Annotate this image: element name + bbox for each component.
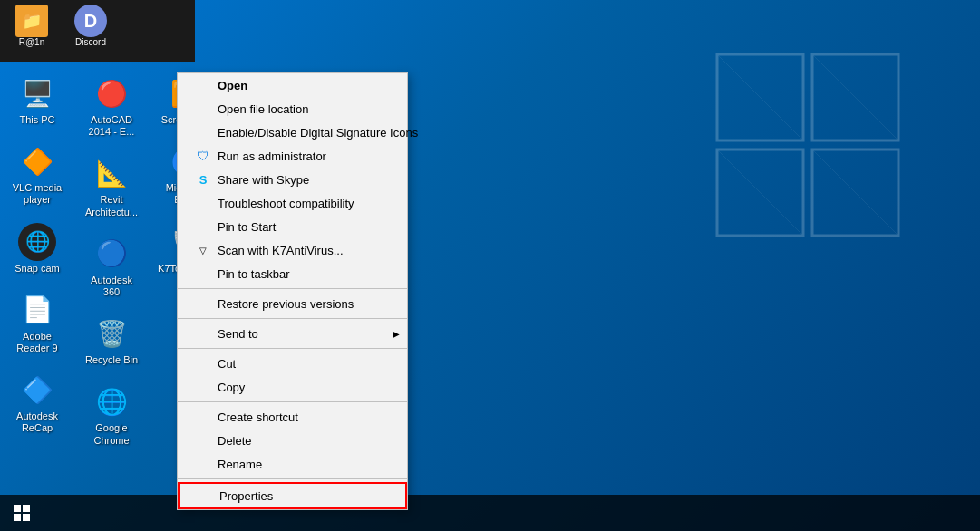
icon-autodesk360-label: Autodesk 360 [82, 275, 141, 298]
menu-item-create-shortcut[interactable]: Create shortcut [178, 405, 407, 429]
icon-discord[interactable]: D Discord [63, 5, 118, 47]
icon-autodesk-recap-img: 🔷 [18, 371, 56, 409]
windows-logo-watermark [708, 45, 907, 248]
icon-r1n-img: 📁 [15, 5, 48, 37]
menu-item-create-shortcut-label: Create shortcut [218, 410, 298, 424]
menu-item-rename-label: Rename [218, 458, 262, 471]
send-to-icon [196, 326, 210, 341]
menu-item-run-as-admin[interactable]: 🛡 Run as administrator [178, 144, 407, 168]
icon-adobe-img: 📄 [18, 291, 56, 329]
icon-chrome-img: 🌐 [92, 382, 131, 420]
icon-autodesk-recap-label: Autodesk ReCap [8, 410, 66, 434]
restore-icon [196, 296, 210, 311]
open-file-location-icon [196, 101, 210, 116]
icon-discord-img: D [74, 5, 107, 37]
menu-item-restore-label: Restore previous versions [218, 297, 354, 311]
separator-5 [178, 478, 407, 479]
menu-item-open-file-location[interactable]: Open file location [178, 97, 407, 121]
menu-item-run-admin-label: Run as administrator [218, 150, 326, 163]
icon-revit-label: Revit Architectu... [82, 194, 141, 217]
icon-vlc[interactable]: 🔶 VLC media player [5, 139, 70, 209]
desktop-icon-grid: 🖥️ This PC 🔶 VLC media player 🌐 Snap cam… [0, 0, 190, 495]
icon-autocad-img: 🔴 [92, 74, 131, 112]
icon-vlc-label: VLC media player [8, 182, 66, 206]
menu-item-troubleshoot[interactable]: Troubleshoot compatibility [178, 191, 407, 215]
menu-item-scan-k7[interactable]: ▽ Scan with K7AntiVirus... [178, 238, 407, 262]
taskbar [0, 495, 980, 531]
menu-item-copy[interactable]: Copy [178, 375, 407, 399]
menu-item-cut-label: Cut [218, 357, 236, 371]
icon-autocad-label: AutoCAD 2014 - E... [82, 114, 141, 138]
icon-recycle-bin[interactable]: 🗑️ Recycle Bin [79, 311, 144, 370]
menu-item-delete-label: Delete [218, 434, 252, 448]
menu-item-cut[interactable]: Cut [178, 352, 407, 375]
delete-icon [196, 433, 210, 448]
menu-item-signature-label: Enable/Disable Digital Signature Icons [218, 126, 418, 140]
menu-item-share-skype-label: Share with Skype [218, 173, 309, 187]
icon-recycle-bin-img: 🗑️ [92, 314, 131, 352]
icon-chrome-label: Google Chrome [82, 422, 141, 446]
pin-taskbar-icon [196, 266, 210, 281]
menu-item-open-file-location-label: Open file location [218, 102, 308, 116]
menu-item-restore-previous[interactable]: Restore previous versions [178, 292, 407, 315]
send-to-arrow-icon: ▶ [393, 329, 400, 339]
icon-r1n[interactable]: 📁 R@1n [5, 5, 59, 47]
icon-autodesk360[interactable]: 🔵 Autodesk 360 [79, 231, 144, 302]
copy-icon [196, 380, 210, 394]
icon-r1n-label: R@1n [19, 37, 45, 47]
menu-item-delete[interactable]: Delete [178, 429, 407, 452]
menu-item-rename[interactable]: Rename [178, 452, 407, 476]
icon-this-pc-img: 🖥️ [18, 74, 56, 112]
icon-revit-img: 📐 [92, 154, 131, 192]
menu-item-send-to-label: Send to [218, 327, 258, 341]
icon-adobe-label: Adobe Reader 9 [8, 331, 66, 354]
signature-icon [196, 125, 210, 140]
icon-autocad[interactable]: 🔴 AutoCAD 2014 - E... [79, 71, 144, 141]
icon-chrome[interactable]: 🌐 Google Chrome [79, 379, 144, 449]
icon-revit[interactable]: 📐 Revit Architectu... [79, 150, 144, 221]
svg-rect-8 [14, 505, 21, 512]
skype-icon: S [196, 172, 210, 187]
icon-snapcam-label: Snap cam [15, 263, 60, 275]
icon-snapcam[interactable]: 🌐 Snap cam [5, 219, 70, 278]
icon-recycle-bin-label: Recycle Bin [85, 354, 138, 366]
svg-line-5 [812, 54, 898, 140]
svg-line-6 [717, 150, 803, 236]
menu-item-properties[interactable]: Properties [178, 482, 407, 509]
menu-item-scan-k7-label: Scan with K7AntiVirus... [218, 244, 344, 257]
svg-rect-9 [23, 505, 30, 512]
menu-item-send-to[interactable]: Send to ▶ [178, 322, 407, 345]
menu-item-enable-disable-signature[interactable]: Enable/Disable Digital Signature Icons [178, 121, 407, 144]
svg-rect-11 [23, 514, 30, 521]
menu-item-pin-taskbar[interactable]: Pin to taskbar [178, 262, 407, 285]
rename-icon [196, 457, 210, 471]
icon-snapcam-img: 🌐 [18, 223, 56, 261]
start-button[interactable] [0, 495, 44, 531]
troubleshoot-icon [196, 196, 210, 210]
separator-4 [178, 401, 407, 402]
cut-icon [196, 356, 210, 371]
icon-this-pc-label: This PC [19, 114, 54, 126]
menu-item-open-label: Open [218, 79, 247, 92]
icon-this-pc[interactable]: 🖥️ This PC [5, 71, 70, 130]
context-menu: Open Open file location Enable/Disable D… [177, 72, 408, 510]
menu-item-share-skype[interactable]: S Share with Skype [178, 168, 407, 191]
menu-item-pin-start[interactable]: Pin to Start [178, 215, 407, 238]
icon-autodesk360-img: 🔵 [92, 235, 131, 273]
separator-3 [178, 348, 407, 349]
menu-item-troubleshoot-label: Troubleshoot compatibility [218, 197, 354, 210]
icon-adobe[interactable]: 📄 Adobe Reader 9 [5, 287, 70, 358]
menu-item-properties-label: Properties [219, 489, 273, 503]
icon-vlc-img: 🔶 [18, 142, 56, 180]
shield-icon: 🛡 [196, 149, 210, 163]
menu-item-open[interactable]: Open [178, 73, 407, 97]
menu-item-pin-start-label: Pin to Start [218, 220, 276, 234]
k7-scan-icon: ▽ [196, 243, 210, 257]
separator-2 [178, 318, 407, 319]
menu-item-copy-label: Copy [218, 381, 245, 394]
top-icon-row: 📁 R@1n D Discord [5, 5, 118, 47]
open-icon [196, 78, 210, 92]
icon-autodesk-recap[interactable]: 🔷 Autodesk ReCap [5, 367, 70, 438]
pin-start-icon [196, 219, 210, 234]
menu-item-pin-taskbar-label: Pin to taskbar [218, 267, 290, 281]
